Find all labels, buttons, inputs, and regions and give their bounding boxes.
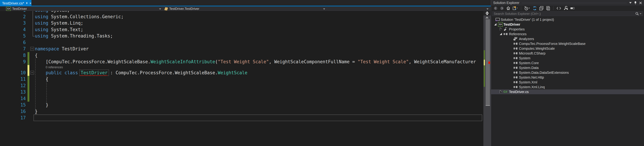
split-window-grip-icon[interactable] <box>484 11 491 16</box>
back-icon[interactable] <box>494 6 498 10</box>
tree-item-label: System.Data <box>519 66 538 70</box>
solution-icon <box>495 18 500 21</box>
code-text: using System.Linq; <box>35 20 83 26</box>
code-line-1[interactable]: 1using System; <box>0 11 484 14</box>
toolbar-separator <box>553 6 554 10</box>
vertical-scrollbar[interactable] <box>484 16 491 146</box>
tree-item-properties[interactable]: Properties <box>491 27 644 32</box>
code-line-3[interactable]: 3using System.Linq; <box>0 20 484 26</box>
editor-group: TestDriver.cs* C# TestDriver Tes <box>0 0 491 146</box>
pending-changes-filter-icon[interactable] <box>524 6 530 10</box>
tree-item-references[interactable]: References <box>491 32 644 37</box>
tree-item-system-xml-linq[interactable]: System.Xml.Linq <box>491 85 644 89</box>
member-dropdown[interactable] <box>327 7 490 11</box>
line-number: 16 <box>0 108 26 115</box>
reference-icon <box>514 47 518 50</box>
code-line-15[interactable]: 15} <box>0 102 484 108</box>
wrench-icon <box>504 27 509 31</box>
switch-views-icon[interactable] <box>512 6 518 10</box>
tree-item-testdriver-cs[interactable]: C#TestDriver.cs <box>491 89 644 94</box>
code-token: using <box>35 14 48 19</box>
reference-icon <box>504 33 509 36</box>
window-position-icon[interactable] <box>629 2 632 4</box>
expander-expanded-icon[interactable] <box>494 22 498 27</box>
code-line-17[interactable]: 17 <box>0 114 484 121</box>
code-line-2[interactable]: 2using System.Collections.Generic; <box>0 14 484 20</box>
line-number: 17 <box>0 114 26 121</box>
code-line-13[interactable]: 13 <box>0 89 484 95</box>
code-line-12[interactable]: 12 <box>0 82 484 89</box>
expander-spacer <box>509 46 514 51</box>
code-line-4[interactable]: 4using System.Text; <box>0 26 484 33</box>
code-line-8[interactable]: 8{ <box>0 52 484 59</box>
expander-collapsed-icon[interactable] <box>499 89 504 94</box>
tree-item-system-data-datasetextensions[interactable]: System.Data.DataSetExtensions <box>491 70 644 75</box>
solution-explorer-toolbar <box>491 6 644 11</box>
code-editor[interactable]: 1using System;2using System.Collections.… <box>0 11 484 146</box>
code-token: , WeightScaleComponentFullName = <box>269 59 358 64</box>
tree-item-system-core[interactable]: System.Core <box>491 61 644 65</box>
expander-collapsed-icon[interactable] <box>499 27 504 32</box>
chevron-down-icon[interactable] <box>640 13 642 14</box>
expander-spacer <box>509 37 514 41</box>
code-token: System; <box>48 11 70 13</box>
tree-item-system-net-http[interactable]: System.Net.Http <box>491 75 644 80</box>
collapse-minus-icon[interactable] <box>30 71 34 74</box>
properties-icon[interactable] <box>564 6 568 11</box>
code-line-14[interactable]: 14 <box>0 95 484 102</box>
type-dropdown[interactable]: TestDriver.TestDriver <box>163 7 327 11</box>
forward-icon[interactable] <box>500 6 504 10</box>
tree-item-label: System.Data.DataSetExtensions <box>519 71 569 75</box>
view-code-icon[interactable] <box>556 6 561 10</box>
code-line-11[interactable]: 11{ <box>0 76 484 82</box>
code-line-9[interactable]: 9[CompuTec.ProcessForce.WeightScaleBase.… <box>0 58 484 65</box>
tab-testdriver-cs[interactable]: TestDriver.cs* <box>0 0 32 6</box>
code-text: using System.Text; <box>35 26 83 33</box>
show-all-files-icon[interactable] <box>546 6 550 11</box>
chevron-down-icon <box>159 9 161 10</box>
project-dropdown[interactable]: C# TestDriver <box>5 7 163 11</box>
tree-item-system-xml[interactable]: System.Xml <box>491 80 644 85</box>
collapse-all-icon[interactable] <box>539 6 544 11</box>
code-line-7[interactable]: 7namespace TestDriver <box>0 46 484 52</box>
code-line-5[interactable]: 5using System.Threading.Tasks; <box>0 33 484 39</box>
search-icon[interactable] <box>635 12 639 16</box>
code-token: { <box>35 53 38 58</box>
sync-with-active-document-icon[interactable] <box>532 6 537 11</box>
codelens-references[interactable]: 0 references <box>46 65 63 69</box>
code-line-6[interactable]: 6 <box>0 39 484 46</box>
code-line-16[interactable]: 16} <box>0 108 484 115</box>
tree-item-microsoft-csharp[interactable]: Microsoft.CSharp <box>491 51 644 56</box>
close-icon[interactable] <box>639 2 642 4</box>
line-number: 7 <box>0 46 26 52</box>
pin-icon[interactable] <box>26 2 28 5</box>
expander-expanded-icon[interactable] <box>499 32 504 37</box>
tree-item-computec-processforce-weightscalebase[interactable]: CompuTec.ProcessForce.WeightScaleBase <box>491 41 644 46</box>
close-icon[interactable] <box>30 2 32 5</box>
class-icon <box>164 7 168 10</box>
home-icon[interactable] <box>506 6 510 10</box>
code-line-10[interactable]: 10public class TestDriver : CompuTec.Pro… <box>0 69 484 76</box>
csharp-project-icon: C# <box>6 7 11 11</box>
panel-title: Solution Explorer <box>493 1 519 5</box>
scrollbar-change-mark <box>484 60 485 65</box>
tree-item-solution-testdriver-1-of-1-project[interactable]: Solution 'TestDriver' (1 of 1 project) <box>491 17 644 22</box>
code-token: : CompuTec.ProcessForce.WeightScaleBase. <box>108 70 218 75</box>
code-token: using <box>35 11 48 13</box>
tree-item-label: CompuTec.ProcessForce.WeightScaleBase <box>519 42 586 46</box>
search-input[interactable]: Search Solution Explorer (Ctrl+;) <box>492 11 643 16</box>
code-text: [CompuTec.ProcessForce.WeightScaleBase.W… <box>35 58 476 65</box>
preview-selected-items-icon[interactable] <box>570 7 574 10</box>
tree-item-system[interactable]: System <box>491 56 644 61</box>
tree-item-computec-weightscale[interactable]: Computec.WeightScale <box>491 46 644 51</box>
collapse-minus-icon[interactable] <box>30 47 34 51</box>
pin-icon[interactable] <box>634 1 637 5</box>
tree-item-testdriver[interactable]: C#TestDriver <box>491 22 644 27</box>
solution-explorer-panel: Solution Explorer <box>491 0 644 146</box>
tree-item-label: Properties <box>509 27 524 31</box>
solution-explorer-title-bar[interactable]: Solution Explorer <box>491 0 644 6</box>
tree-item-analyzers[interactable]: iAnalyzers <box>491 37 644 41</box>
scroll-up-icon[interactable] <box>485 17 489 18</box>
analyzers-icon: i <box>514 37 518 41</box>
tree-item-system-data[interactable]: System.Data <box>491 65 644 70</box>
